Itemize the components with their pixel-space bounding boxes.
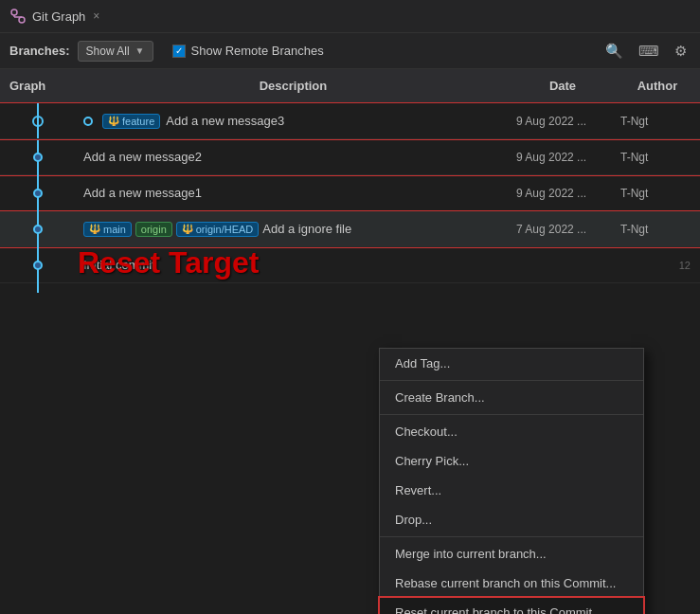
svg-point-1 — [19, 17, 25, 23]
desc-cell: Initial commit — [76, 258, 511, 272]
titlebar: Git Graph × — [0, 0, 700, 33]
branches-dropdown[interactable]: Show All ▼ — [78, 41, 153, 62]
date-cell: 9 Aug 2022 ... — [511, 115, 615, 128]
branches-value: Show All — [86, 45, 130, 58]
menu-divider — [380, 414, 643, 415]
toolbar: Branches: Show All ▼ ✓ Show Remote Branc… — [0, 33, 700, 69]
author-cell: T-Ngt — [615, 115, 700, 128]
menu-checkout[interactable]: Checkout... — [380, 417, 643, 446]
app-title: Git Graph — [32, 9, 85, 24]
menu-divider — [380, 536, 643, 537]
header-graph: Graph — [0, 79, 76, 93]
branch-icon: 🔱 — [108, 116, 119, 126]
menu-revert[interactable]: Revert... — [380, 476, 643, 505]
commit-count: 12 — [679, 260, 694, 271]
author-cell: T-Ngt — [615, 187, 700, 200]
header-author: Author — [615, 79, 700, 93]
menu-add-tag[interactable]: Add Tag... — [380, 349, 643, 378]
desc-cell: Add a new message2 — [76, 150, 511, 164]
table-row[interactable]: Add a new message1 9 Aug 2022 ... T-Ngt — [0, 175, 700, 211]
graph-cell — [0, 175, 76, 210]
terminal-icon[interactable]: ⌨ — [635, 41, 663, 62]
desc-cell: Add a new message1 — [76, 186, 511, 200]
commit-list: 🔱 feature Add a new message3 9 Aug 2022 … — [0, 103, 700, 283]
search-icon[interactable]: 🔍 — [601, 41, 627, 62]
chevron-down-icon: ▼ — [135, 45, 145, 56]
author-cell: T-Ngt — [615, 223, 700, 236]
menu-divider — [380, 380, 643, 381]
table-row[interactable]: 🔱 feature Add a new message3 9 Aug 2022 … — [0, 103, 700, 139]
commit-message: Add a ignore file — [262, 222, 351, 236]
date-cell: 9 Aug 2022 ... — [511, 187, 615, 200]
commit-message: Initial commit — [83, 258, 155, 272]
commit-message: Add a new message1 — [83, 186, 202, 200]
branches-label: Branches: — [9, 44, 70, 58]
app-icon — [9, 8, 27, 25]
menu-drop[interactable]: Drop... — [380, 505, 643, 534]
branch-tag-label: feature — [122, 116, 154, 127]
commit-message: Add a new message2 — [83, 150, 202, 164]
header-description: Description — [76, 79, 511, 93]
header-date: Date — [511, 79, 615, 93]
commit-message: Add a new message3 — [166, 114, 284, 128]
menu-merge[interactable]: Merge into current branch... — [380, 539, 643, 569]
branch-icon: 🔱 — [89, 224, 100, 234]
desc-cell: 🔱 feature Add a new message3 — [76, 114, 511, 129]
origin-head-label: origin/HEAD — [196, 224, 254, 235]
date-cell: 7 Aug 2022 ... — [511, 223, 615, 236]
table-header: Graph Description Date Author — [0, 69, 700, 103]
menu-rebase[interactable]: Rebase current branch on this Commit... — [380, 569, 643, 598]
table-row[interactable]: Initial commit 12 — [0, 247, 700, 283]
feature-tag: 🔱 feature — [102, 114, 160, 129]
graph-cell — [0, 247, 76, 282]
origin-head-tag: 🔱 origin/HEAD — [176, 222, 260, 237]
show-remote-area: ✓ Show Remote Branches — [172, 44, 324, 58]
author-cell: T-Ngt — [615, 151, 700, 164]
show-remote-label: Show Remote Branches — [191, 44, 324, 58]
graph-cell — [0, 211, 76, 246]
origin-tag: origin — [135, 222, 172, 237]
close-button[interactable]: × — [93, 9, 99, 23]
menu-cherry-pick[interactable]: Cherry Pick... — [380, 446, 643, 476]
current-branch-indicator — [83, 117, 93, 126]
author-cell: 12 — [615, 260, 700, 271]
table-row[interactable]: Add a new message2 9 Aug 2022 ... T-Ngt — [0, 139, 700, 175]
graph-cell — [0, 103, 76, 138]
desc-cell: 🔱 main origin 🔱 origin/HEAD Add a ignore… — [76, 222, 511, 237]
main-tag-label: main — [103, 224, 126, 235]
context-menu: Add Tag... Create Branch... Checkout... … — [379, 348, 644, 614]
main-tag: 🔱 main — [83, 222, 132, 237]
show-remote-checkbox[interactable]: ✓ — [172, 45, 186, 58]
date-cell: 9 Aug 2022 ... — [511, 151, 615, 164]
menu-reset[interactable]: Reset current branch to this Commit... — [380, 598, 643, 614]
svg-point-0 — [11, 9, 17, 15]
branch-icon: 🔱 — [182, 224, 193, 234]
menu-create-branch[interactable]: Create Branch... — [380, 383, 643, 412]
table-row[interactable]: 🔱 main origin 🔱 origin/HEAD Add a ignore… — [0, 211, 700, 247]
graph-cell — [0, 139, 76, 174]
settings-icon[interactable]: ⚙ — [671, 41, 691, 62]
origin-tag-label: origin — [141, 224, 167, 235]
